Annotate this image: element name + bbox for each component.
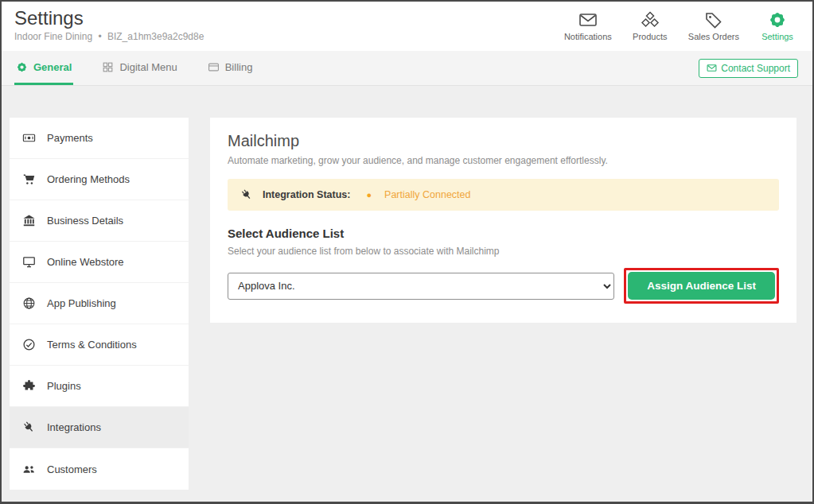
sidebar-item-label: Integrations — [47, 421, 101, 433]
globe-icon — [22, 297, 36, 310]
users-icon — [22, 463, 36, 476]
sidebar-item-payments[interactable]: Payments — [10, 118, 189, 159]
business-name: Indoor Fine Dining — [14, 31, 92, 42]
nav-label: Products — [633, 32, 667, 41]
tab-label: Digital Menu — [119, 61, 177, 73]
bank-icon — [22, 214, 36, 227]
integration-status-banner: Integration Status: ● Partially Connecte… — [228, 179, 779, 211]
check-circle-icon — [22, 338, 36, 351]
sidebar-item-label: Customers — [47, 463, 97, 475]
sidebar-item-label: Online Webstore — [47, 256, 124, 268]
select-audience-description: Select your audience list from below to … — [228, 246, 779, 257]
nav-item-notifications[interactable]: Notifications — [564, 10, 612, 41]
contact-support-label: Contact Support — [721, 63, 790, 74]
sidebar-item-business-details[interactable]: Business Details — [10, 200, 189, 242]
content-area: Payments Ordering Methods Business Detai… — [2, 86, 812, 490]
sidebar-item-label: App Publishing — [47, 297, 116, 309]
gear-icon — [16, 61, 28, 73]
envelope-icon — [707, 63, 717, 73]
credit-card-icon — [208, 61, 220, 73]
sidebar-item-label: Ordering Methods — [47, 173, 130, 185]
nav-label: Settings — [761, 32, 793, 41]
audience-select[interactable]: Applova Inc. — [228, 273, 614, 300]
tab-label: Billing — [225, 61, 253, 73]
sidebar-item-label: Plugins — [47, 380, 81, 392]
plug-icon — [240, 188, 253, 201]
settings-sidebar: Payments Ordering Methods Business Detai… — [10, 118, 189, 490]
sidebar-item-integrations[interactable]: Integrations — [10, 407, 189, 448]
tab-label: General — [33, 61, 72, 73]
business-id: BIZ_a1hm3e9a2c9d8e — [107, 31, 204, 42]
business-subtitle: Indoor Fine Dining • BIZ_a1hm3e9a2c9d8e — [14, 31, 204, 42]
grid-icon — [102, 61, 114, 73]
tab-bar: General Digital Menu Billing Contact Sup… — [2, 51, 812, 86]
gear-icon — [768, 10, 787, 29]
plug-icon — [22, 421, 36, 434]
header-nav: Notifications Products Sales Orders Sett… — [564, 7, 798, 41]
select-audience-title: Select Audience List — [228, 227, 779, 240]
integration-description: Automate marketing, grow your audience, … — [228, 155, 779, 166]
integration-title: Mailchimp — [228, 132, 779, 150]
nav-label: Sales Orders — [688, 32, 739, 41]
nav-label: Notifications — [564, 32, 612, 41]
sidebar-item-label: Business Details — [47, 215, 123, 227]
annotation-highlight-box: Assign Audience List — [624, 268, 779, 304]
assign-audience-button[interactable]: Assign Audience List — [628, 272, 775, 300]
nav-item-products[interactable]: Products — [629, 10, 671, 41]
page-title: Settings — [14, 7, 204, 29]
sidebar-item-online-webstore[interactable]: Online Webstore — [10, 242, 189, 283]
nav-item-sales-orders[interactable]: Sales Orders — [688, 10, 739, 41]
header-titles: Settings Indoor Fine Dining • BIZ_a1hm3e… — [14, 7, 204, 42]
tabbar-spacer — [281, 51, 699, 85]
puzzle-icon — [22, 379, 36, 393]
sidebar-item-label: Terms & Conditions — [47, 339, 137, 351]
sidebar-item-terms-conditions[interactable]: Terms & Conditions — [10, 324, 189, 366]
cart-icon — [22, 173, 36, 186]
cubes-icon — [641, 10, 660, 29]
tab-billing[interactable]: Billing — [206, 51, 255, 85]
sidebar-item-ordering-methods[interactable]: Ordering Methods — [10, 159, 189, 200]
tab-general[interactable]: General — [14, 51, 73, 85]
subtitle-separator: • — [98, 31, 101, 42]
sidebar-item-app-publishing[interactable]: App Publishing — [10, 283, 189, 324]
contact-support-button[interactable]: Contact Support — [699, 59, 798, 78]
nav-item-settings[interactable]: Settings — [757, 10, 798, 41]
sidebar-item-plugins[interactable]: Plugins — [10, 366, 189, 407]
desktop-icon — [22, 255, 36, 269]
status-value: Partially Connected — [384, 189, 470, 200]
app-header: Settings Indoor Fine Dining • BIZ_a1hm3e… — [2, 2, 812, 51]
sidebar-item-label: Payments — [47, 132, 93, 144]
status-label: Integration Status: — [263, 189, 350, 200]
tag-icon — [704, 10, 723, 29]
sidebar-item-customers[interactable]: Customers — [10, 448, 189, 490]
assign-row: Applova Inc. Assign Audience List — [228, 268, 779, 304]
envelope-icon — [578, 10, 598, 29]
status-dot: ● — [366, 190, 372, 200]
banknote-icon — [22, 131, 36, 145]
tab-digital-menu[interactable]: Digital Menu — [100, 51, 178, 85]
mailchimp-panel: Mailchimp Automate marketing, grow your … — [210, 118, 796, 323]
